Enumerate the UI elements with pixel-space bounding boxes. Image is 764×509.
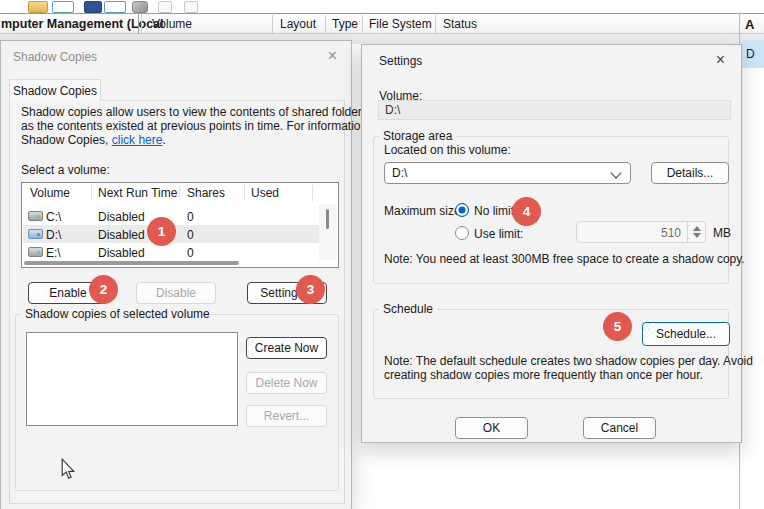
shadow-copies-listbox[interactable] bbox=[26, 332, 238, 426]
limit-size-spinner[interactable]: 510 bbox=[576, 221, 706, 243]
column-header-volume[interactable]: Volume bbox=[152, 17, 192, 31]
list-col-next-run-time[interactable]: Next Run Time bbox=[98, 186, 177, 200]
cell-shares: 0 bbox=[187, 228, 194, 242]
schedule-note-line2: creating shadow copies more frequently t… bbox=[384, 368, 703, 382]
intro-text-line2: as the contents existed at previous poin… bbox=[21, 119, 384, 133]
screen: mputer Management (Local Volume Layout T… bbox=[0, 0, 764, 509]
volume-list: Volume Next Run Time Shares Used C:\ Dis… bbox=[21, 182, 339, 268]
cell-next-run-time: Disabled bbox=[98, 210, 145, 224]
column-sep[interactable] bbox=[435, 15, 436, 33]
step-badge-2: 2 bbox=[89, 275, 118, 304]
list-col-sep[interactable] bbox=[91, 185, 92, 201]
no-limit-label[interactable]: No limit bbox=[474, 204, 514, 218]
use-limit-label[interactable]: Use limit: bbox=[474, 227, 523, 241]
step-badge-4: 4 bbox=[512, 197, 541, 226]
horizontal-scrollbar-thumb[interactable] bbox=[24, 261, 239, 265]
revert-button[interactable]: Revert... bbox=[246, 405, 327, 427]
drive-icon bbox=[28, 211, 43, 221]
spinner-buttons[interactable] bbox=[687, 222, 705, 242]
spinner-value: 510 bbox=[661, 226, 681, 240]
spinner-up-icon[interactable] bbox=[693, 226, 701, 231]
tab-shadow-copies[interactable]: Shadow Copies bbox=[9, 79, 101, 101]
vertical-scrollbar-thumb[interactable] bbox=[326, 209, 329, 229]
cell-shares: 0 bbox=[187, 246, 194, 260]
cell-volume: C:\ bbox=[46, 210, 61, 224]
chevron-down-icon bbox=[610, 167, 621, 178]
folder-icon[interactable] bbox=[28, 1, 48, 13]
click-here-link[interactable]: click here bbox=[112, 133, 163, 147]
spinner-down-icon[interactable] bbox=[693, 233, 701, 238]
shadow-copies-dialog: Shadow Copies × Shadow Copies Shadow cop… bbox=[0, 40, 352, 509]
use-limit-radio[interactable] bbox=[455, 226, 469, 240]
mmc-toolbar bbox=[0, 0, 764, 12]
pane-divider[interactable] bbox=[138, 14, 139, 34]
cancel-button[interactable]: Cancel bbox=[583, 417, 656, 439]
located-on-volume-label: Located on this volume: bbox=[384, 143, 511, 157]
list-col-volume[interactable]: Volume bbox=[30, 186, 70, 200]
step-badge-3: 3 bbox=[296, 275, 325, 304]
snapin-icon[interactable] bbox=[104, 1, 126, 13]
settings-dialog: Settings × Volume: D:\ Storage area Loca… bbox=[361, 44, 742, 443]
volume-field-value: D:\ bbox=[385, 103, 400, 117]
cell-next-run-time: Disabled bbox=[98, 246, 145, 260]
dialog-title: Shadow Copies bbox=[13, 50, 97, 64]
console-tree-icon[interactable] bbox=[52, 1, 74, 13]
schedule-group-label: Schedule bbox=[379, 302, 437, 316]
actions-item-label[interactable]: D bbox=[746, 47, 755, 61]
column-header-layout[interactable]: Layout bbox=[280, 17, 316, 31]
cell-shares: 0 bbox=[187, 210, 194, 224]
column-sep[interactable] bbox=[325, 15, 326, 33]
disable-button[interactable]: Disable bbox=[136, 282, 216, 304]
list-col-sep[interactable] bbox=[244, 185, 245, 201]
intro-text-line1: Shadow copies allow users to view the co… bbox=[21, 105, 368, 119]
console-window-icon[interactable] bbox=[84, 1, 102, 13]
create-now-button[interactable]: Create Now bbox=[246, 337, 327, 359]
storage-note: Note: You need at least 300MB free space… bbox=[384, 252, 745, 266]
dialog-title: Settings bbox=[379, 54, 422, 68]
intro-text-line3: Shadow Copies, click here. bbox=[21, 133, 166, 147]
column-header-type[interactable]: Type bbox=[332, 17, 358, 31]
shadow-copies-group-label: Shadow copies of selected volume bbox=[21, 307, 214, 321]
list-col-shares[interactable]: Shares bbox=[187, 186, 225, 200]
column-header-status[interactable]: Status bbox=[443, 17, 477, 31]
delete-now-button[interactable]: Delete Now bbox=[246, 372, 327, 394]
tab-label: Shadow Copies bbox=[13, 84, 97, 98]
help-icon[interactable] bbox=[184, 1, 198, 13]
list-col-used[interactable]: Used bbox=[251, 186, 279, 200]
close-icon[interactable]: × bbox=[328, 48, 337, 64]
column-header-filesystem[interactable]: File System bbox=[369, 17, 432, 31]
pane-divider-2 bbox=[141, 14, 142, 34]
cell-volume: E:\ bbox=[46, 246, 61, 260]
schedule-button[interactable]: Schedule... bbox=[642, 322, 730, 346]
select-volume-label: Select a volume: bbox=[21, 163, 110, 177]
export-list-icon[interactable] bbox=[158, 1, 172, 13]
column-sep[interactable] bbox=[272, 15, 273, 33]
step-badge-1: 1 bbox=[147, 217, 176, 246]
wrench-icon[interactable] bbox=[132, 1, 148, 13]
located-volume-dropdown[interactable]: D:\ bbox=[384, 162, 631, 184]
list-col-sep[interactable] bbox=[312, 185, 313, 201]
drive-icon bbox=[28, 247, 43, 257]
tree-root-item[interactable]: mputer Management (Local bbox=[1, 17, 164, 31]
intro-line3-prefix: Shadow Copies, bbox=[21, 133, 112, 147]
list-col-sep[interactable] bbox=[179, 185, 180, 201]
cell-volume: D:\ bbox=[46, 228, 61, 242]
mouse-cursor bbox=[60, 458, 76, 480]
schedule-note-line1: Note: The default schedule creates two s… bbox=[384, 354, 753, 368]
dropdown-value: D:\ bbox=[392, 166, 407, 180]
mb-unit-label: MB bbox=[713, 226, 731, 240]
no-limit-radio[interactable] bbox=[455, 203, 469, 217]
maximum-size-label: Maximum size: bbox=[384, 204, 464, 218]
cell-next-run-time: Disabled bbox=[98, 228, 145, 242]
close-icon[interactable]: × bbox=[716, 52, 725, 68]
volume-field: D:\ bbox=[378, 100, 731, 120]
drive-icon bbox=[28, 229, 43, 239]
ok-button[interactable]: OK bbox=[455, 417, 528, 439]
column-sep[interactable] bbox=[362, 15, 363, 33]
step-badge-5: 5 bbox=[603, 312, 632, 341]
details-button[interactable]: Details... bbox=[651, 162, 729, 184]
actions-pane-header: A bbox=[745, 17, 754, 32]
intro-line3-suffix: . bbox=[162, 133, 165, 147]
storage-area-group-label: Storage area bbox=[379, 129, 456, 143]
